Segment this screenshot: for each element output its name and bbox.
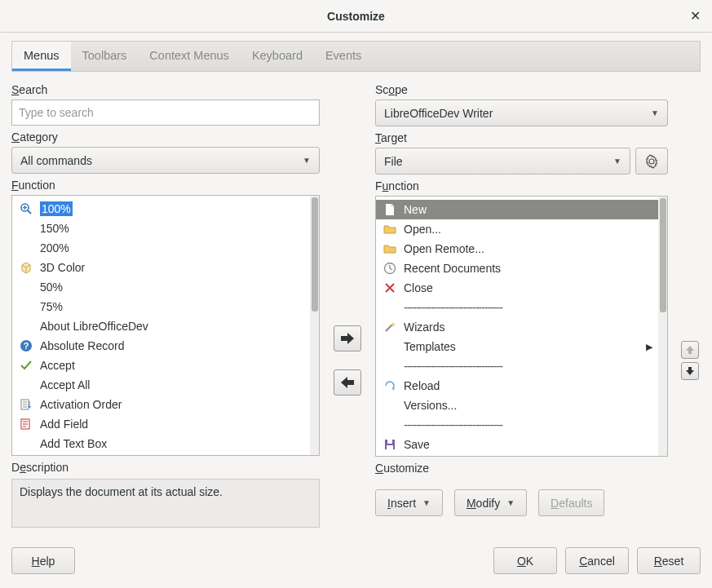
submenu-arrow-icon: ▶ xyxy=(646,342,652,352)
target-combo[interactable]: File ▼ xyxy=(375,148,630,175)
move-up-button[interactable] xyxy=(681,341,699,359)
arrow-up-icon xyxy=(685,345,695,355)
check-icon xyxy=(19,358,33,373)
list-item[interactable]: 75% xyxy=(12,297,319,316)
svg-line-1 xyxy=(28,210,31,214)
defaults-button[interactable]: Defaults xyxy=(538,489,604,516)
list-item-label: 200% xyxy=(40,241,69,254)
list-item[interactable]: ?Absolute Record xyxy=(12,336,319,356)
blank-icon xyxy=(383,418,397,432)
list-item-label: --------------------------------- xyxy=(404,418,502,431)
list-item[interactable]: Address Book Source xyxy=(12,453,319,456)
insert-button[interactable]: Insert ▼ xyxy=(375,489,443,516)
category-combo[interactable]: All commands ▼ xyxy=(11,147,320,174)
modify-button[interactable]: Modify ▼ xyxy=(454,489,527,516)
blank-icon xyxy=(19,319,33,334)
list-item-label: 150% xyxy=(40,222,69,235)
scrollbar[interactable] xyxy=(310,196,319,455)
list-item[interactable]: New xyxy=(376,200,667,219)
arrow-down-icon xyxy=(685,366,695,376)
help-button[interactable]: Help xyxy=(11,547,75,574)
function-right-label: Function xyxy=(375,179,668,192)
list-item-label: 3D Color xyxy=(40,261,85,274)
list-item[interactable]: About LibreOfficeDev xyxy=(12,316,319,336)
list-item-label: --------------------------------- xyxy=(404,301,502,314)
blank-icon xyxy=(19,436,33,451)
list-item-label: Recent Documents xyxy=(404,262,501,275)
list-item[interactable]: --------------------------------- xyxy=(376,356,667,376)
list-item[interactable]: Wizards xyxy=(376,317,667,337)
list-item-label: Accept All xyxy=(40,378,90,391)
help-icon: ? xyxy=(19,338,33,353)
list-item[interactable]: 3D Color xyxy=(12,258,319,277)
list-item[interactable]: Open... xyxy=(376,219,667,239)
search-label: Search xyxy=(11,83,320,96)
tab-events[interactable]: Events xyxy=(314,42,373,71)
list-item[interactable]: 150% xyxy=(12,219,319,238)
reset-button[interactable]: Reset xyxy=(637,547,701,574)
list-item-label: 50% xyxy=(40,281,63,294)
scope-combo[interactable]: LibreOfficeDev Writer ▼ xyxy=(375,99,668,126)
assigned-functions-list[interactable]: NewOpen...Open Remote...Recent Documents… xyxy=(375,196,668,457)
list-item[interactable]: Save Remote xyxy=(376,454,667,457)
list-item[interactable]: Reload xyxy=(376,376,667,396)
list-item[interactable]: Versions... xyxy=(376,396,667,415)
ok-button[interactable]: OK xyxy=(493,547,557,574)
list-item-label: 75% xyxy=(40,300,63,313)
tab-context-menus[interactable]: Context Menus xyxy=(138,42,241,71)
list-item[interactable]: Activation Order xyxy=(12,395,319,414)
list-item[interactable]: Add Field xyxy=(12,414,319,434)
move-down-button[interactable] xyxy=(681,362,699,380)
list-item[interactable]: Add Text Box xyxy=(12,434,319,453)
remove-arrow-button[interactable] xyxy=(334,369,361,396)
list-item[interactable]: 50% xyxy=(12,277,319,297)
available-functions-list[interactable]: 100%150%200%3D Color50%75%About LibreOff… xyxy=(11,195,320,456)
tab-toolbars[interactable]: Toolbars xyxy=(71,42,139,71)
list-item-label: Accept xyxy=(40,359,75,372)
chevron-down-icon: ▼ xyxy=(506,498,515,507)
reload-icon xyxy=(383,378,397,393)
list-item-label: 100% xyxy=(40,201,73,216)
titlebar: Customize ✕ xyxy=(0,0,712,33)
list-item[interactable]: 100% xyxy=(12,199,319,219)
folder-icon xyxy=(383,241,397,256)
list-item[interactable]: --------------------------------- xyxy=(376,298,667,317)
target-settings-button[interactable] xyxy=(635,148,668,175)
blank-icon xyxy=(19,241,33,255)
list-item-label: Reload xyxy=(404,379,440,392)
blank-icon xyxy=(19,299,33,314)
blank-icon xyxy=(19,378,33,392)
cancel-button[interactable]: Cancel xyxy=(565,547,629,574)
list-item[interactable]: Close xyxy=(376,278,667,298)
save-icon xyxy=(383,437,397,452)
doc-new-icon xyxy=(383,202,397,217)
scope-value: LibreOfficeDev Writer xyxy=(384,107,493,120)
category-value: All commands xyxy=(20,154,92,167)
arrow-left-icon xyxy=(339,376,356,389)
scope-label: Scope xyxy=(375,83,668,96)
list-item[interactable]: Accept xyxy=(12,356,319,375)
close-icon[interactable]: ✕ xyxy=(690,8,701,24)
add-arrow-button[interactable] xyxy=(334,325,361,351)
list-item[interactable]: Templates▶ xyxy=(376,337,667,356)
list-item-label: Activation Order xyxy=(40,398,122,411)
list-item[interactable]: Save xyxy=(376,435,667,454)
list-item-label: Open Remote... xyxy=(404,242,484,255)
list-item[interactable]: Recent Documents xyxy=(376,259,667,278)
tab-keyboard[interactable]: Keyboard xyxy=(241,42,314,71)
list-item[interactable]: Accept All xyxy=(12,375,319,395)
scrollbar[interactable] xyxy=(658,197,667,456)
target-label: Target xyxy=(375,131,668,144)
list-item[interactable]: Open Remote... xyxy=(376,239,667,259)
category-label: Category xyxy=(11,130,320,144)
list-item[interactable]: --------------------------------- xyxy=(376,415,667,435)
chevron-down-icon: ▼ xyxy=(422,498,431,507)
search-input[interactable] xyxy=(11,99,320,126)
customize-label: Customize xyxy=(375,462,668,475)
cube-icon xyxy=(19,260,33,275)
order-icon xyxy=(19,397,33,412)
list-item-label: Absolute Record xyxy=(40,339,125,352)
list-item[interactable]: 200% xyxy=(12,238,319,258)
arrow-right-icon xyxy=(339,332,356,345)
tab-menus[interactable]: Menus xyxy=(12,42,71,71)
